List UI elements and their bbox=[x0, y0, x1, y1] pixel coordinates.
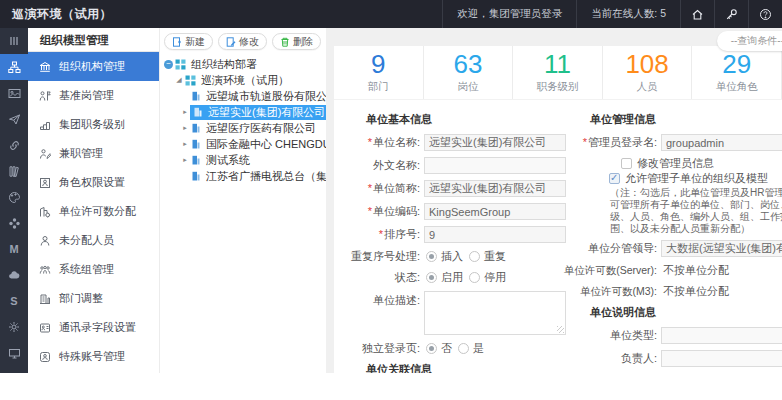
stat-label: 单位角色 bbox=[692, 80, 781, 94]
owner-input[interactable] bbox=[661, 350, 782, 367]
foreign-name-input[interactable] bbox=[424, 157, 566, 174]
key-icon[interactable] bbox=[714, 0, 748, 28]
dup-handle-label: 重复序号处理: bbox=[334, 249, 420, 264]
sidebar-item-label: 部门调整 bbox=[59, 291, 103, 306]
tree-node-env[interactable]: ◢ 巡演环境（试用） bbox=[160, 72, 326, 88]
sidebar-item-label: 集团职务级别 bbox=[59, 117, 125, 132]
person-pen-icon bbox=[38, 148, 52, 160]
admin-login-input[interactable] bbox=[661, 134, 782, 151]
tree-node-company[interactable]: 远望城市轨道股份有限公司 bbox=[160, 88, 326, 104]
collapsed-arrow-icon[interactable]: ▸ bbox=[180, 156, 190, 164]
new-button[interactable]: 新建 bbox=[164, 33, 213, 50]
basic-info-header: 单位基本信息 bbox=[366, 112, 575, 126]
sidebar-item-unassigned-person[interactable]: 未分配人员 bbox=[28, 226, 159, 255]
link-module-icon[interactable] bbox=[0, 132, 28, 158]
tree-node-company-selected[interactable]: ▸ 远望实业(集团)有限公司 bbox=[160, 104, 326, 120]
sidebar-item-dept-adjust[interactable]: 部门调整 bbox=[28, 284, 159, 313]
new-doc-icon bbox=[172, 37, 182, 47]
tree-node-company[interactable]: ▸ 远望医疗医药有限公司 bbox=[160, 120, 326, 136]
company-icon bbox=[191, 91, 201, 101]
stat-unit-roles: 29 单位角色 bbox=[691, 46, 782, 99]
panel-divider bbox=[326, 28, 334, 373]
tree-node-company[interactable]: ▸ 国际金融中心 CHENGDU IFS bbox=[160, 136, 326, 152]
edit-button[interactable]: 修改 bbox=[218, 33, 267, 50]
radio-insert[interactable] bbox=[426, 251, 437, 262]
collapsed-arrow-icon[interactable]: ▸ bbox=[180, 124, 190, 132]
leader-input[interactable] bbox=[661, 240, 782, 257]
radio-yes-label: 是 bbox=[473, 341, 484, 356]
org-tree: − 组织结构部署 ◢ 巡演环境（试用） 远望城市轨道股份有限公司 ▸ 远望实业(… bbox=[160, 56, 326, 184]
tree-node-company[interactable]: ▸ 测试系统 bbox=[160, 152, 326, 168]
tree-node-label: 远望城市轨道股份有限公司 bbox=[204, 89, 340, 104]
collapsed-arrow-icon[interactable]: ▸ bbox=[180, 108, 190, 116]
s-module-icon[interactable]: S bbox=[0, 288, 28, 314]
sort-no-input[interactable] bbox=[424, 226, 566, 243]
radio-disable[interactable] bbox=[469, 272, 480, 283]
m3-license-value: 不按单位分配 bbox=[663, 284, 729, 299]
sidebar-item-unit-license[interactable]: 单位许可数分配 bbox=[28, 197, 159, 226]
sidebar-item-special-account[interactable]: 特殊账号管理 bbox=[28, 342, 159, 371]
sidebar-item-part-time[interactable]: 兼职管理 bbox=[28, 139, 159, 168]
basic-info-column: 单位基本信息 单位名称: 外文名称: 单位简称: 单位编码: bbox=[334, 112, 575, 373]
expanded-arrow-icon[interactable]: ◢ bbox=[174, 76, 184, 84]
image-module-icon[interactable] bbox=[0, 80, 28, 106]
env-icon bbox=[185, 75, 196, 86]
sidebar-item-org-structure[interactable]: 组织机构管理 bbox=[28, 52, 159, 81]
stat-label: 岗位 bbox=[424, 80, 513, 94]
flower-module-icon[interactable] bbox=[0, 210, 28, 236]
tree-node-company[interactable]: 江苏省广播电视总台（集团） bbox=[160, 168, 326, 184]
sidebar-item-label: 角色权限设置 bbox=[59, 175, 125, 190]
library-module-icon[interactable] bbox=[0, 158, 28, 184]
stats-row: 9 部门 63 岗位 11 职务级别 108 人员 29 单位角色 bbox=[334, 46, 782, 100]
allow-manage-checkbox[interactable] bbox=[609, 173, 620, 184]
radio-no-label: 否 bbox=[441, 341, 452, 356]
sidebar-item-contact-fields[interactable]: 通讯录字段设置 bbox=[28, 313, 159, 342]
unit-desc-textarea[interactable] bbox=[424, 291, 566, 335]
m-module-icon[interactable]: M bbox=[0, 236, 28, 262]
sidebar-item-group-job-level[interactable]: 集团职务级别 bbox=[28, 110, 159, 139]
palette-module-icon[interactable] bbox=[0, 184, 28, 210]
radio-enable[interactable] bbox=[426, 272, 437, 283]
sidebar-item-role-permission[interactable]: 角色权限设置 bbox=[28, 168, 159, 197]
short-name-input[interactable] bbox=[424, 180, 566, 197]
delete-button[interactable]: 删除 bbox=[272, 33, 321, 50]
online-count: 当前在线人数: 5 bbox=[576, 0, 680, 28]
monitor-module-icon[interactable] bbox=[0, 340, 28, 366]
tree-node-label: 巡演环境（试用） bbox=[199, 73, 291, 88]
collapse-menu-icon[interactable] bbox=[0, 28, 28, 54]
company-icon bbox=[191, 171, 201, 181]
group-icon bbox=[38, 264, 52, 276]
content-panel: --查询条件-- 9 部门 63 岗位 11 职务级别 108 人员 29 单位… bbox=[334, 28, 782, 373]
radio-standalone-yes[interactable] bbox=[458, 343, 469, 354]
stat-value: 11 bbox=[513, 49, 602, 79]
badge-person-icon bbox=[38, 351, 52, 363]
steps-icon bbox=[38, 119, 52, 131]
stat-departments: 9 部门 bbox=[334, 46, 423, 99]
home-icon[interactable] bbox=[680, 0, 714, 28]
collapsed-arrow-icon[interactable]: ▸ bbox=[180, 140, 190, 148]
sidebar-item-label: 通讯录字段设置 bbox=[59, 320, 136, 335]
org-model-module-icon[interactable] bbox=[0, 54, 28, 80]
unit-code-input[interactable] bbox=[424, 203, 566, 220]
resize-grip-icon[interactable] bbox=[557, 326, 564, 333]
cloud-module-icon[interactable] bbox=[0, 262, 28, 288]
stat-posts: 63 岗位 bbox=[423, 46, 513, 99]
collapse-toggle-icon[interactable]: − bbox=[164, 60, 173, 69]
building-gear-icon bbox=[38, 206, 52, 218]
sidebar-item-system-group[interactable]: 系统组管理 bbox=[28, 255, 159, 284]
query-condition-button[interactable]: --查询条件-- bbox=[717, 31, 782, 51]
edit-doc-icon bbox=[226, 37, 236, 47]
modify-admin-checkbox[interactable] bbox=[621, 158, 632, 169]
sidebar-item-label: 单位许可数分配 bbox=[59, 204, 136, 219]
radio-standalone-no[interactable] bbox=[426, 343, 437, 354]
unit-name-input[interactable] bbox=[424, 134, 566, 151]
send-module-icon[interactable] bbox=[0, 106, 28, 132]
tree-node-label: 远望实业(集团)有限公司 bbox=[206, 105, 327, 120]
help-icon[interactable] bbox=[748, 0, 782, 28]
radio-repeat[interactable] bbox=[469, 251, 480, 262]
tree-node-root[interactable]: − 组织结构部署 bbox=[160, 56, 326, 72]
sidebar-item-base-post[interactable]: 基准岗管理 bbox=[28, 81, 159, 110]
company-icon bbox=[193, 107, 203, 117]
unit-type-input[interactable] bbox=[661, 327, 782, 344]
gear-module-icon[interactable] bbox=[0, 314, 28, 340]
